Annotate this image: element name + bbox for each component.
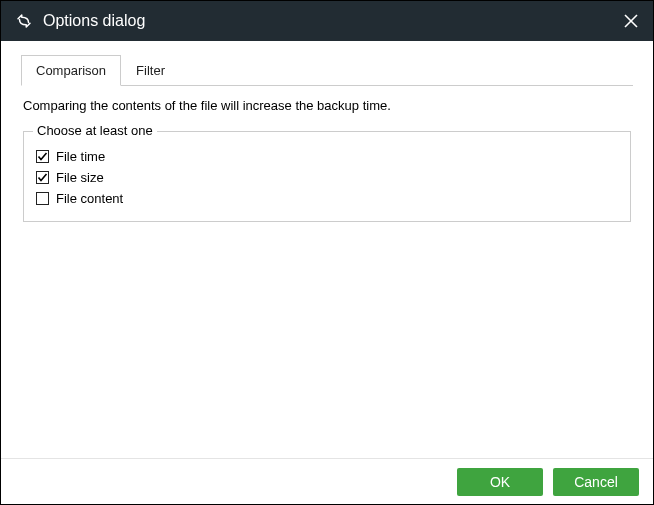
group-legend: Choose at least one: [33, 123, 157, 138]
description-text: Comparing the contents of the file will …: [23, 98, 631, 113]
tab-filter[interactable]: Filter: [121, 55, 180, 86]
label-file-time[interactable]: File time: [56, 149, 105, 164]
close-icon: [624, 14, 638, 28]
close-button[interactable]: [621, 11, 641, 31]
sync-icon: [15, 12, 33, 30]
option-file-content: File content: [34, 188, 620, 209]
dialog-body: Comparison Filter Comparing the contents…: [1, 41, 653, 458]
options-dialog: Options dialog Comparison Filter Compari…: [0, 0, 654, 505]
spacer: [21, 222, 633, 448]
label-file-size[interactable]: File size: [56, 170, 104, 185]
tab-bar: Comparison Filter: [21, 55, 633, 86]
window-title: Options dialog: [43, 12, 621, 30]
checkbox-file-time[interactable]: [36, 150, 49, 163]
compare-options-group: Choose at least one File time File size …: [23, 131, 631, 222]
tab-comparison[interactable]: Comparison: [21, 55, 121, 86]
option-file-time: File time: [34, 146, 620, 167]
checkbox-file-size[interactable]: [36, 171, 49, 184]
dialog-footer: OK Cancel: [1, 458, 653, 504]
option-file-size: File size: [34, 167, 620, 188]
label-file-content[interactable]: File content: [56, 191, 123, 206]
ok-button[interactable]: OK: [457, 468, 543, 496]
cancel-button[interactable]: Cancel: [553, 468, 639, 496]
checkbox-file-content[interactable]: [36, 192, 49, 205]
titlebar: Options dialog: [1, 1, 653, 41]
